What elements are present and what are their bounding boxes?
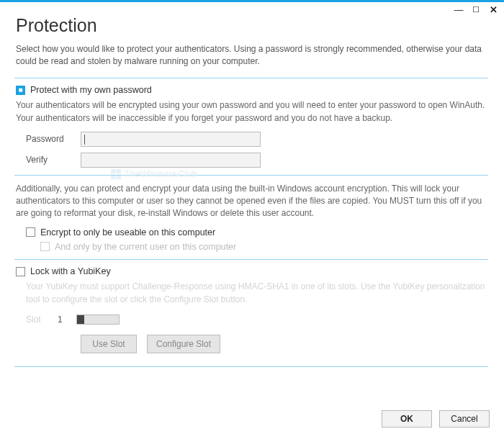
yubikey-desc: Your YubiKey must support Challenge-Resp… xyxy=(16,281,488,306)
protect-password-checkbox[interactable]: ■ xyxy=(16,86,25,95)
configure-slot-button[interactable]: Configure Slot xyxy=(147,335,220,353)
encrypt-desc: Additionally, you can protect and encryp… xyxy=(16,183,488,220)
encrypt-computer-label: Encrypt to only be useable on this compu… xyxy=(40,227,215,237)
close-icon[interactable]: ✕ xyxy=(488,4,498,14)
encrypt-computer-checkbox[interactable] xyxy=(26,227,35,237)
verify-input[interactable] xyxy=(81,153,261,168)
password-desc: Your authenticators will be encrypted us… xyxy=(16,99,488,125)
protect-password-label: Protect with my own password xyxy=(30,85,152,95)
slot-progress xyxy=(76,314,120,325)
encrypt-user-checkbox xyxy=(40,242,50,251)
intro-text: Select how you would like to protect you… xyxy=(16,43,488,68)
slot-label: Slot xyxy=(26,314,48,325)
password-label: Password xyxy=(26,134,81,144)
cancel-button[interactable]: Cancel xyxy=(439,410,490,427)
yubikey-checkbox[interactable] xyxy=(16,267,25,276)
minimize-icon[interactable]: — xyxy=(454,4,464,14)
password-input[interactable] xyxy=(81,132,261,147)
maximize-icon[interactable]: ☐ xyxy=(471,4,481,14)
yubikey-label: Lock with a YubiKey xyxy=(30,266,111,276)
password-section: ■ Protect with my own password Your auth… xyxy=(16,85,488,168)
use-slot-button[interactable]: Use Slot xyxy=(81,335,137,353)
page-title: Protection xyxy=(16,15,488,36)
ok-button[interactable]: OK xyxy=(382,410,432,427)
encrypt-section: Additionally, you can protect and encryp… xyxy=(16,183,488,252)
slot-value: 1 xyxy=(58,314,66,325)
verify-label: Verify xyxy=(26,155,81,165)
yubikey-section: Lock with a YubiKey Your YubiKey must su… xyxy=(16,266,488,353)
encrypt-user-label: And only by the current user on this com… xyxy=(55,242,236,252)
